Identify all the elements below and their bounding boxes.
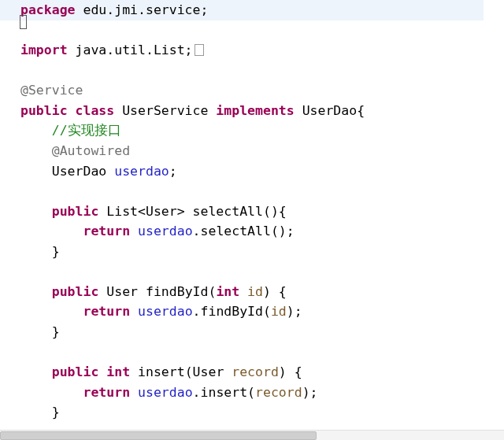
method-signature: insert(User (130, 364, 232, 379)
param: id (239, 284, 263, 299)
keyword-import: import (20, 43, 68, 57)
annotation-service: @Service (20, 83, 83, 98)
call-end: ); (302, 385, 318, 400)
annotation-autowired: @Autowired (52, 143, 130, 158)
close-brace: } (52, 324, 60, 339)
horizontal-scrollbar[interactable] (0, 430, 504, 440)
keyword-int: int (106, 364, 130, 379)
horizontal-scroll-thumb[interactable] (0, 431, 317, 440)
close-brace: } (52, 405, 60, 420)
keyword-return: return (83, 224, 130, 238)
keyword-public: public (20, 103, 68, 118)
keyword-public: public (52, 364, 99, 379)
keyword-public: public (52, 204, 99, 219)
keyword-public: public (52, 284, 99, 299)
keyword-int: int (216, 284, 239, 299)
param: record (232, 364, 279, 379)
keyword-package: package (20, 2, 76, 17)
close-brace: } (52, 244, 60, 259)
method-call: .findById( (193, 304, 271, 319)
sig-end: ) { (279, 364, 302, 379)
semicolon: ; (169, 164, 177, 179)
param-ref: record (255, 385, 302, 400)
param-ref: id (271, 304, 287, 319)
class-name: UserService (114, 103, 216, 118)
keyword-class: class (76, 103, 115, 118)
code-editor[interactable]: package edu.jmi.service; import java.uti… (0, 0, 504, 440)
field-ref: userdao (138, 385, 193, 400)
implements-name: UserDao{ (295, 103, 365, 118)
keyword-return: return (83, 304, 130, 319)
call-end: ); (287, 304, 302, 319)
method-call: .selectAll(); (193, 224, 295, 238)
field-ref: userdao (138, 304, 193, 319)
line-1: package edu.jmi.service; (0, 0, 484, 20)
method-signature: User findById( (98, 284, 216, 299)
sig-end: ) { (263, 284, 287, 299)
field-name: userdao (114, 164, 169, 179)
method-signature: List<User> selectAll(){ (98, 204, 286, 219)
package-name: edu.jmi.service; (76, 2, 209, 17)
method-call: .insert( (193, 385, 255, 400)
fold-icon[interactable] (195, 44, 204, 56)
comment: //实现接口 (52, 123, 121, 138)
field-ref: userdao (138, 224, 193, 238)
field-type: UserDao (52, 164, 114, 179)
import-name: java.util.List; (68, 43, 193, 57)
keyword-return: return (83, 385, 130, 400)
keyword-implements: implements (216, 103, 294, 118)
